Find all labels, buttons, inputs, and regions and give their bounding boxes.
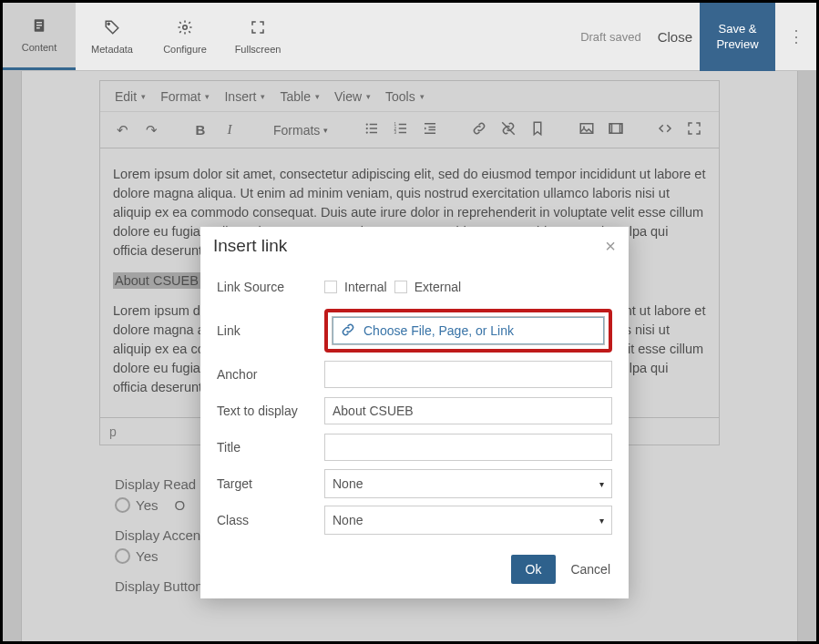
link-label: Link — [217, 323, 324, 338]
save-preview-button[interactable]: Save & Preview — [700, 3, 775, 71]
internal-label: Internal — [344, 280, 387, 294]
app-window: Content Metadata Configure Fullscreen Dr… — [0, 0, 819, 644]
overflow-menu-button[interactable]: ⋮ — [775, 3, 816, 70]
linksource-label: Link Source — [217, 280, 324, 294]
external-label: External — [415, 280, 461, 294]
tab-fullscreen[interactable]: Fullscreen — [221, 3, 294, 70]
svg-rect-2 — [36, 25, 42, 26]
choose-link-text: Choose File, Page, or Link — [363, 323, 514, 338]
insert-link-dialog: Insert link × Link Source Internal Exter… — [200, 227, 629, 598]
text-to-display-input[interactable] — [324, 397, 612, 424]
close-icon: × — [605, 236, 616, 256]
top-toolbar: Content Metadata Configure Fullscreen Dr… — [3, 3, 816, 71]
dialog-title: Insert link — [213, 236, 287, 256]
target-label: Target — [217, 476, 324, 491]
dots-vertical-icon: ⋮ — [788, 26, 804, 46]
tab-fullscreen-label: Fullscreen — [235, 44, 282, 55]
anchor-label: Anchor — [217, 367, 324, 382]
svg-rect-1 — [36, 22, 42, 23]
tab-content-label: Content — [22, 42, 57, 53]
link-chain-icon — [340, 322, 356, 341]
svg-point-4 — [107, 23, 109, 25]
cancel-button[interactable]: Cancel — [567, 557, 614, 582]
linksource-options: Internal External — [324, 280, 612, 294]
tab-metadata-label: Metadata — [91, 44, 133, 55]
title-input[interactable] — [324, 434, 612, 461]
save-preview-line2: Preview — [716, 37, 758, 53]
tab-metadata[interactable]: Metadata — [76, 3, 148, 70]
text-to-display-label: Text to display — [217, 404, 324, 418]
close-button[interactable]: Close — [658, 29, 692, 45]
tab-configure[interactable]: Configure — [148, 3, 221, 70]
class-select-value: None — [333, 513, 363, 527]
tab-content[interactable]: Content — [3, 3, 76, 70]
ok-button[interactable]: Ok — [511, 555, 557, 584]
highlight-frame: Choose File, Page, or Link — [324, 309, 612, 353]
choose-link-button[interactable]: Choose File, Page, or Link — [332, 316, 605, 345]
anchor-input[interactable] — [324, 361, 612, 388]
class-label: Class — [217, 513, 324, 527]
save-preview-line1: Save & — [719, 22, 757, 37]
document-icon — [31, 17, 47, 38]
class-select[interactable]: None — [324, 506, 612, 535]
topbar-right: Draft saved Close — [294, 3, 700, 70]
internal-checkbox[interactable] — [324, 281, 337, 293]
gear-icon — [177, 19, 193, 40]
target-select[interactable]: None — [324, 469, 612, 498]
tab-configure-label: Configure — [163, 44, 207, 55]
external-checkbox[interactable] — [394, 281, 407, 293]
svg-rect-3 — [36, 27, 40, 28]
target-select-value: None — [333, 476, 363, 491]
draft-saved-label: Draft saved — [580, 30, 640, 44]
title-label: Title — [217, 440, 324, 455]
fullscreen-icon — [250, 19, 266, 40]
dialog-close-button[interactable]: × — [605, 237, 616, 255]
tag-icon — [104, 19, 120, 40]
svg-point-5 — [183, 25, 188, 29]
